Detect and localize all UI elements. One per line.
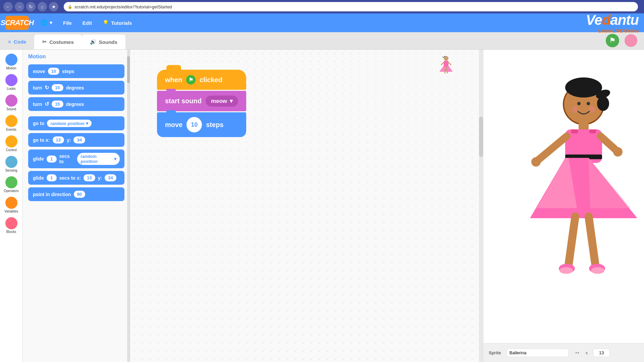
back-button[interactable]: ←: [3, 2, 13, 11]
ballerina-sprite: [517, 53, 637, 323]
tab-sounds[interactable]: 🔊 Sounds: [82, 35, 125, 49]
coord-arrows-icon: ↔: [574, 349, 580, 356]
tab-costumes[interactable]: ✂ Costumes: [34, 35, 82, 49]
category-variables[interactable]: Variables: [0, 195, 22, 215]
block-turn-cw[interactable]: turn ↻ 15 degrees: [28, 81, 124, 95]
svg-point-13: [597, 96, 609, 111]
code-tab-icon: ≡: [8, 39, 11, 45]
block-point-direction[interactable]: point in direction 90: [28, 187, 124, 201]
vedantu-tagline: Learn LIVE Online: [586, 28, 639, 34]
nav-file[interactable]: File: [58, 17, 76, 28]
script-container: when ⚑ clicked start sound meow ▾ move 1…: [157, 70, 246, 137]
svg-point-17: [589, 106, 595, 113]
svg-line-1: [443, 57, 443, 58]
stage-controls: ⚑: [606, 34, 644, 49]
categories-sidebar: Motion Looks Sound Events Control Sensin…: [0, 50, 23, 362]
code-area-scrollbar[interactable]: [479, 50, 483, 362]
green-flag-button[interactable]: ⚑: [606, 34, 619, 47]
block-glide-to-xy[interactable]: glide 1 secs to x: 13 y: 34: [28, 171, 124, 185]
nav-edit[interactable]: Edit: [78, 17, 97, 28]
blocks-panel: Motion move 10 steps turn ↻ 15 degrees t…: [23, 50, 130, 362]
svg-line-31: [589, 217, 595, 265]
address-bar[interactable]: 🔒 scratch.mit.edu/projects/editor/?tutor…: [64, 2, 638, 11]
start-sound-block[interactable]: start sound meow ▾: [157, 91, 246, 111]
svg-rect-21: [589, 129, 596, 133]
svg-point-35: [591, 267, 604, 274]
main-area: Motion Looks Sound Events Control Sensin…: [0, 50, 644, 362]
browser-bar: ← → ↻ ⌂ ★ 🔒 scratch.mit.edu/projects/edi…: [0, 0, 644, 13]
code-tab-label: Code: [14, 39, 26, 45]
sounds-tab-icon: 🔊: [90, 39, 96, 45]
turn-cw-icon: ↻: [45, 84, 49, 91]
blocks-panel-title: Motion: [28, 54, 124, 60]
svg-point-15: [587, 102, 590, 105]
block-go-to-xy[interactable]: go to x: 13 y: 34: [28, 133, 124, 147]
stage-area: Sprite ↔ x 13: [483, 50, 644, 362]
category-motion[interactable]: Motion: [0, 52, 22, 71]
home-button[interactable]: ⌂: [38, 2, 47, 11]
category-operators[interactable]: Operators: [0, 175, 22, 194]
scratch-header: SCRATCH 🌐 ▾ File Edit 💡 Tutorials Vedant…: [0, 13, 644, 32]
tabs-row: ≡ Code ✂ Costumes 🔊 Sounds ⚑: [0, 32, 644, 50]
svg-point-16: [572, 106, 579, 113]
svg-marker-25: [589, 158, 631, 208]
category-events[interactable]: Events: [0, 114, 22, 133]
flag-icon: ⚑: [186, 75, 196, 84]
block-glide-to-random[interactable]: glide 1 secs to random position ▾: [28, 149, 124, 168]
steps-input[interactable]: 10: [186, 117, 202, 132]
stop-button[interactable]: [625, 34, 637, 47]
code-area-sprite: [436, 55, 456, 80]
globe-icon[interactable]: 🌐 ▾: [36, 16, 57, 29]
category-blocks[interactable]: Blocks: [0, 216, 22, 235]
x-coord-value[interactable]: 13: [593, 349, 610, 357]
svg-marker-23: [530, 158, 637, 218]
bookmark-button[interactable]: ★: [49, 2, 58, 11]
vedantu-logo: Vedantu Learn LIVE Online: [586, 12, 639, 34]
tab-code[interactable]: ≡ Code: [0, 35, 34, 49]
sprite-label: Sprite: [489, 350, 501, 355]
block-turn-ccw[interactable]: turn ↺ 15 degrees: [28, 97, 124, 111]
reload-button[interactable]: ↻: [26, 2, 36, 11]
sprite-name-input[interactable]: [506, 349, 569, 357]
costumes-tab-icon: ✂: [42, 39, 47, 45]
meow-dropdown[interactable]: meow ▾: [206, 96, 238, 107]
category-looks[interactable]: Looks: [0, 73, 22, 92]
svg-point-33: [559, 267, 573, 274]
category-control[interactable]: Control: [0, 134, 22, 153]
scratch-logo[interactable]: SCRATCH: [5, 16, 29, 30]
svg-line-26: [537, 136, 567, 161]
svg-point-14: [577, 102, 581, 105]
move-steps-block[interactable]: move 10 steps: [157, 112, 246, 137]
forward-button[interactable]: →: [15, 2, 24, 11]
url-text: scratch.mit.edu/projects/editor/?tutoria…: [74, 4, 172, 9]
x-coord-label: x: [586, 350, 588, 355]
code-area[interactable]: when ⚑ clicked start sound meow ▾ move 1…: [130, 50, 483, 362]
category-sound[interactable]: Sound: [0, 93, 22, 112]
turn-ccw-icon: ↺: [45, 101, 49, 107]
sprite-info-bar: Sprite ↔ x 13: [483, 343, 644, 362]
svg-point-29: [613, 147, 623, 157]
block-move-steps[interactable]: move 10 steps: [28, 64, 124, 78]
nav-tutorials[interactable]: 💡 Tutorials: [98, 17, 137, 28]
sounds-tab-label: Sounds: [99, 39, 117, 45]
svg-line-30: [569, 217, 575, 265]
block-go-to-random[interactable]: go to random position ▾: [28, 116, 124, 130]
blocks-scrollbar[interactable]: [127, 50, 130, 362]
svg-point-28: [531, 157, 541, 167]
stage-canvas: [483, 50, 644, 343]
svg-rect-20: [571, 129, 578, 133]
category-sensing[interactable]: Sensing: [0, 155, 22, 174]
costumes-tab-label: Costumes: [49, 39, 74, 45]
dropdown-arrow-icon: ▾: [230, 98, 233, 105]
when-flag-clicked-block[interactable]: when ⚑ clicked: [157, 70, 246, 90]
ballerina-svg: [517, 77, 637, 299]
